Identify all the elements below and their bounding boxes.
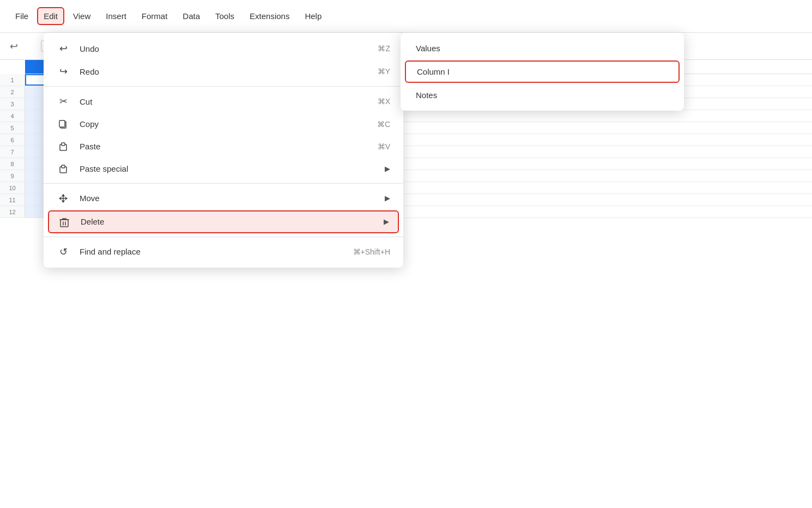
menu-file[interactable]: File xyxy=(9,7,35,25)
menu-item-paste-special[interactable]: Paste special ▶ xyxy=(44,158,403,180)
divider-1 xyxy=(44,86,403,87)
undo-shortcut: ⌘Z xyxy=(378,44,390,53)
find-replace-label: Find and replace xyxy=(80,247,141,256)
menu-tools[interactable]: Tools xyxy=(209,7,241,25)
paste-label: Paste xyxy=(80,142,100,151)
menu-item-find-replace[interactable]: ↺ Find and replace ⌘+Shift+H xyxy=(44,240,403,263)
submenu-item-notes[interactable]: Notes xyxy=(401,84,684,106)
cut-label: Cut xyxy=(80,97,92,106)
move-label: Move xyxy=(80,193,100,203)
notes-label: Notes xyxy=(416,90,437,100)
move-icon xyxy=(57,192,70,204)
menu-data[interactable]: Data xyxy=(176,7,207,25)
menu-extensions[interactable]: Extensions xyxy=(243,7,296,25)
row-number: 6 xyxy=(0,134,25,146)
menu-item-copy[interactable]: Copy ⌘C xyxy=(44,113,403,135)
move-arrow: ▶ xyxy=(385,194,390,202)
menubar: File Edit View Insert Format Data Tools … xyxy=(0,0,812,33)
undo-icon: ↩ xyxy=(57,43,70,55)
delete-arrow: ▶ xyxy=(384,217,389,226)
row-number: 3 xyxy=(0,98,25,110)
row-number: 9 xyxy=(0,170,25,182)
redo-shortcut: ⌘Y xyxy=(378,67,390,76)
submenu-item-column-i[interactable]: Column I xyxy=(405,61,680,83)
delete-submenu: Values Column I Notes xyxy=(401,33,684,111)
paste-special-label: Paste special xyxy=(80,164,128,173)
paste-shortcut: ⌘V xyxy=(378,142,390,151)
undo-label: Undo xyxy=(80,44,99,53)
submenu-item-values[interactable]: Values xyxy=(401,37,684,59)
divider-3 xyxy=(44,237,403,237)
menu-item-cut[interactable]: ✂ Cut ⌘X xyxy=(44,90,403,113)
paste-special-arrow: ▶ xyxy=(385,165,390,173)
delete-label: Delete xyxy=(81,217,104,226)
svg-rect-3 xyxy=(62,143,65,146)
copy-shortcut: ⌘C xyxy=(377,120,390,129)
row-number: 11 xyxy=(0,194,25,205)
row-number: 10 xyxy=(0,182,25,193)
row-number: 5 xyxy=(0,122,25,134)
row-number: 4 xyxy=(0,110,25,122)
paste-special-icon xyxy=(57,163,70,174)
menu-edit[interactable]: Edit xyxy=(37,7,64,25)
undo-button[interactable]: ↩ xyxy=(7,38,21,55)
menu-item-redo[interactable]: ↪ Redo ⌘Y xyxy=(44,60,403,83)
edit-menu: ↩ Undo ⌘Z ↪ Redo ⌘Y ✂ Cut ⌘X Copy ⌘C xyxy=(44,33,403,268)
find-replace-shortcut: ⌘+Shift+H xyxy=(353,247,390,256)
paste-icon xyxy=(57,141,70,152)
cut-shortcut: ⌘X xyxy=(378,97,390,106)
cut-icon: ✂ xyxy=(57,95,70,107)
redo-label: Redo xyxy=(80,67,99,76)
menu-format[interactable]: Format xyxy=(135,7,174,25)
row-number: 12 xyxy=(0,206,25,217)
menu-item-delete[interactable]: Delete ▶ xyxy=(48,210,399,233)
row-number: 1 xyxy=(0,74,25,86)
menu-insert[interactable]: Insert xyxy=(99,7,133,25)
values-label: Values xyxy=(416,44,440,53)
row-number: 2 xyxy=(0,86,25,98)
copy-icon xyxy=(57,118,70,130)
column-i-label: Column I xyxy=(417,67,450,76)
menu-help[interactable]: Help xyxy=(298,7,328,25)
menu-item-paste[interactable]: Paste ⌘V xyxy=(44,135,403,158)
row-number: 8 xyxy=(0,158,25,170)
menu-item-undo[interactable]: ↩ Undo ⌘Z xyxy=(44,37,403,60)
divider-2 xyxy=(44,183,403,184)
copy-label: Copy xyxy=(80,119,99,129)
redo-icon: ↪ xyxy=(57,65,70,77)
svg-rect-5 xyxy=(62,165,65,168)
menu-view[interactable]: View xyxy=(66,7,97,25)
row-number: 7 xyxy=(0,146,25,158)
svg-rect-1 xyxy=(59,120,65,127)
svg-rect-6 xyxy=(60,220,68,227)
menu-item-move[interactable]: Move ▶ xyxy=(44,187,403,209)
delete-icon xyxy=(58,216,71,227)
find-replace-icon: ↺ xyxy=(57,246,70,258)
